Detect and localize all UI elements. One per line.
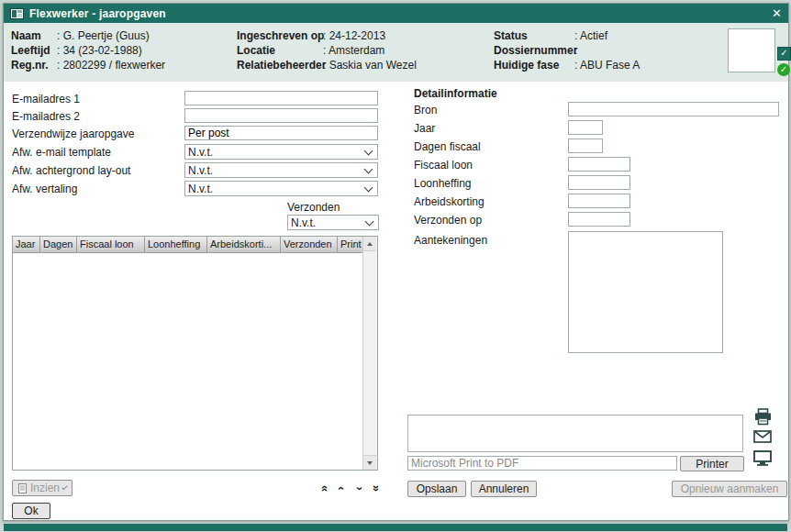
arbeidskorting-input[interactable]	[568, 194, 630, 208]
aantekeningen-label: Aantekeningen	[414, 234, 487, 247]
bron-label: Bron	[414, 104, 437, 116]
afw-email-template-select[interactable]: N.v.t.	[184, 144, 378, 160]
afw-achtergrond-layout-select[interactable]: N.v.t.	[184, 162, 378, 178]
scroll-prev-button[interactable]: ‹	[335, 481, 349, 496]
close-icon[interactable]: ✕	[772, 4, 782, 23]
detail-section-title: Detailinformatie	[414, 87, 497, 100]
field-value: Amsterdam	[323, 44, 384, 57]
screen-icon[interactable]	[753, 450, 772, 469]
annuleren-button[interactable]: Annuleren	[471, 481, 537, 497]
chevron-up-icon: ‹	[335, 486, 349, 490]
scroll-down-icon[interactable]	[363, 455, 376, 470]
document-icon	[18, 483, 27, 493]
print-selection-box[interactable]	[407, 415, 743, 452]
field-value: 34 (23-02-1988)	[57, 44, 142, 57]
fiscaal-loon-input[interactable]	[568, 157, 630, 172]
jaar-label: Jaar	[414, 122, 435, 135]
opnieuw-aanmaken-button[interactable]: Opnieuw aanmaken	[672, 481, 787, 497]
status-ok-icon: ✓	[777, 63, 790, 76]
field-label: Reg.nr.	[11, 59, 57, 72]
select-value: N.v.t.	[291, 216, 366, 229]
header-checkbox[interactable]: ✓	[777, 47, 791, 61]
header-col-2: Ingeschreven op24-12-2013 LocatieAmsterd…	[237, 29, 417, 73]
afw-vertaling-select[interactable]: N.v.t.	[184, 181, 378, 196]
select-value: N.v.t.	[188, 183, 365, 195]
header-field: Dossiernummer	[494, 44, 640, 59]
select-value: N.v.t.	[188, 146, 365, 159]
printer-name-input[interactable]	[407, 456, 677, 471]
header-field: LocatieAmsterdam	[237, 44, 417, 59]
header-col-3: StatusActief Dossiernummer Huidige faseA…	[494, 29, 640, 73]
column-header-loonheffing[interactable]: Loonheffing	[145, 237, 207, 252]
field-label: Huidige fase	[494, 59, 574, 72]
loonheffing-input[interactable]	[568, 175, 630, 190]
scroll-next-button[interactable]: ‹	[351, 481, 365, 496]
header-field: Leeftijd34 (23-02-1988)	[11, 44, 165, 59]
ok-button[interactable]: Ok	[12, 503, 50, 519]
email-icon[interactable]	[753, 430, 772, 446]
jaaropgaven-table[interactable]: Jaar Dagen Fiscaal loon Loonheffing Arbe…	[12, 236, 378, 471]
scroll-first-button[interactable]: «	[318, 481, 332, 496]
record-navigation: « ‹ ‹ «	[318, 481, 382, 496]
titlebar[interactable]: Flexwerker - jaaropgaven ✕	[4, 4, 788, 23]
header-field: Ingeschreven op24-12-2013	[237, 29, 417, 44]
header-field: RelatiebeheerderSaskia van Wezel	[237, 59, 417, 73]
field-value: Actief	[574, 29, 607, 42]
scroll-up-icon[interactable]	[363, 237, 376, 251]
scroll-last-button[interactable]: «	[368, 481, 382, 496]
chevron-down-icon	[365, 216, 374, 226]
column-header-print[interactable]: Print	[338, 237, 363, 252]
inzien-button[interactable]: Inzien	[12, 480, 72, 496]
loonheffing-label: Loonheffing	[414, 177, 472, 190]
double-chevron-up-icon: «	[318, 485, 332, 492]
field-label: Dossiernummer	[494, 44, 574, 57]
chevron-down-icon	[364, 164, 373, 173]
opslaan-button[interactable]: Opslaan	[407, 481, 466, 497]
afw-vertaling-label: Afw. vertaling	[12, 183, 77, 195]
person-info-header: NaamG. Peertje (Guus) Leeftijd34 (23-02-…	[4, 23, 788, 83]
inzien-label: Inzien	[30, 482, 60, 494]
chevron-down-icon	[364, 183, 373, 192]
aantekeningen-textarea[interactable]	[568, 231, 723, 353]
chevron-down-icon: ‹	[351, 486, 365, 490]
verzonden-op-input[interactable]	[568, 212, 630, 227]
header-field: StatusActief	[494, 29, 640, 44]
column-header-fiscaal-loon[interactable]: Fiscaal loon	[77, 237, 145, 252]
printer-button[interactable]: Printer	[680, 456, 744, 471]
column-header-verzonden[interactable]: Verzonden	[281, 237, 338, 252]
verzonden-filter-label: Verzonden	[287, 201, 340, 214]
field-value: ABU Fase A	[574, 59, 640, 72]
column-header-jaar[interactable]: Jaar	[13, 237, 40, 252]
table-scrollbar[interactable]	[362, 237, 377, 470]
window-icon	[10, 8, 24, 19]
field-label: Relatiebeheerder	[237, 59, 323, 72]
field-label: Naam	[11, 29, 57, 42]
afw-achtergrond-layout-label: Afw. achtergrond lay-out	[12, 164, 130, 177]
bron-input[interactable]	[568, 102, 779, 116]
field-value: Saskia van Wezel	[323, 59, 417, 72]
dialog-content: E-mailadres 1 E-mailadres 2 Verzendwijze…	[4, 82, 788, 520]
email1-label: E-mailadres 1	[12, 93, 80, 105]
field-value: 2802299 / flexwerker	[57, 59, 165, 72]
table-body	[13, 252, 363, 470]
header-field: Huidige faseABU Fase A	[494, 59, 640, 73]
dagen-fiscaal-input[interactable]	[568, 139, 603, 153]
dialog-window: Flexwerker - jaaropgaven ✕ NaamG. Peertj…	[3, 3, 789, 521]
header-field: NaamG. Peertje (Guus)	[11, 29, 165, 44]
verzonden-filter-select[interactable]: N.v.t.	[287, 215, 379, 230]
app-bottom-strip	[4, 524, 787, 531]
field-label: Status	[494, 29, 574, 42]
email1-input[interactable]	[184, 91, 378, 105]
email2-label: E-mailadres 2	[12, 110, 80, 123]
fiscaal-loon-label: Fiscaal loon	[414, 159, 473, 172]
column-header-arbeidskorting[interactable]: Arbeidskorti...	[207, 237, 281, 252]
field-value	[574, 44, 577, 57]
window-title: Flexwerker - jaaropgaven	[29, 7, 166, 20]
jaar-input[interactable]	[568, 120, 603, 135]
column-header-dagen[interactable]: Dagen	[40, 237, 77, 252]
afw-email-template-label: Afw. e-mail template	[12, 146, 111, 159]
verzendwijze-input[interactable]	[184, 126, 378, 140]
dagen-fiscaal-label: Dagen fiscaal	[414, 140, 481, 153]
printer-icon[interactable]	[753, 408, 773, 428]
email2-input[interactable]	[184, 108, 378, 123]
